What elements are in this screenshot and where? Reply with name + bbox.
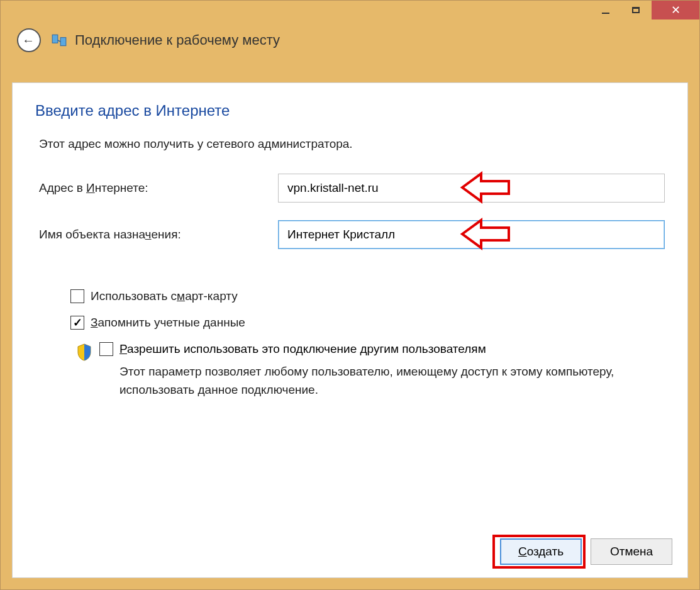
wizard-window: ✕ ← Подключение к рабочему месту Введите… [0, 0, 700, 590]
row-remember-credentials: Запомнить учетные данные [70, 316, 665, 330]
close-icon: ✕ [671, 4, 681, 16]
smartcard-checkbox[interactable] [70, 289, 84, 303]
network-wizard-icon [51, 32, 67, 48]
back-button[interactable]: ← [17, 28, 41, 52]
allow-other-users-label: Разрешить использовать это подключение д… [119, 342, 486, 356]
wizard-title: Подключение к рабочему месту [75, 32, 280, 48]
close-button[interactable]: ✕ [652, 1, 699, 19]
destination-name-input[interactable] [278, 220, 665, 249]
page-description: Этот адрес можно получить у сетевого адм… [35, 137, 665, 151]
wizard-header: ← Подключение к рабочему месту [1, 23, 699, 69]
smartcard-label: Использовать смарт-карту [91, 289, 238, 303]
button-bar: Создать Отмена [500, 538, 672, 565]
label-destination-name: Имя объекта назначения: [39, 228, 278, 242]
minimize-button[interactable] [591, 1, 620, 19]
row-internet-address: Адрес в Интернете: [35, 174, 665, 203]
row-destination-name: Имя объекта назначения: [35, 220, 665, 249]
remember-credentials-label: Запомнить учетные данные [91, 316, 245, 330]
row-smartcard: Использовать смарт-карту [70, 289, 665, 303]
allow-other-users-checkbox[interactable] [99, 342, 113, 356]
svg-rect-1 [60, 38, 66, 46]
shield-icon [77, 343, 92, 361]
allow-other-users-hint: Этот параметр позволяет любому пользоват… [99, 362, 665, 399]
label-internet-address: Адрес в Интернете: [39, 181, 278, 195]
remember-credentials-checkbox[interactable] [70, 316, 84, 330]
svg-rect-0 [52, 35, 58, 43]
maximize-button[interactable] [621, 1, 650, 19]
svg-line-2 [58, 40, 60, 42]
allow-other-users-body: Разрешить использовать это подключение д… [99, 342, 665, 399]
create-button[interactable]: Создать [500, 538, 582, 565]
row-allow-other-users: Разрешить использовать это подключение д… [70, 342, 665, 399]
maximize-icon [632, 7, 640, 13]
internet-address-input[interactable] [278, 174, 665, 203]
titlebar: ✕ [1, 1, 699, 23]
back-arrow-icon: ← [22, 34, 35, 47]
minimize-icon [602, 13, 609, 14]
content-panel: Введите адрес в Интернете Этот адрес мож… [12, 82, 688, 578]
cancel-button[interactable]: Отмена [591, 538, 672, 565]
options-section: Использовать смарт-карту Запомнить учетн… [35, 289, 665, 399]
page-heading: Введите адрес в Интернете [35, 102, 665, 120]
